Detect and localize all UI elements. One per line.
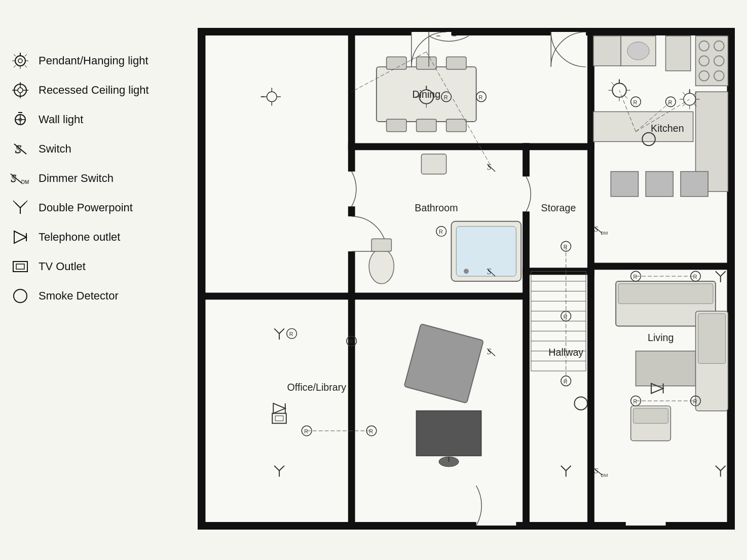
legend-item-recessed: Recessed Ceiling light xyxy=(10,80,193,100)
svg-rect-73 xyxy=(417,57,436,69)
legend-item-smoke: Smoke Detector xyxy=(10,286,193,306)
svg-text:R: R xyxy=(369,428,373,434)
legend-label-dimmer: Dimmer Switch xyxy=(39,172,114,185)
svg-rect-93 xyxy=(646,171,673,196)
svg-text:DM: DM xyxy=(21,179,29,185)
svg-line-9 xyxy=(25,54,27,56)
wall-light-icon xyxy=(10,109,30,130)
svg-rect-96 xyxy=(456,227,516,276)
svg-rect-33 xyxy=(13,262,27,272)
pendant-icon xyxy=(10,51,30,71)
svg-line-30 xyxy=(25,201,27,203)
svg-rect-34 xyxy=(16,264,24,269)
svg-text:R: R xyxy=(633,398,638,404)
legend-label-recessed: Recessed Ceiling light xyxy=(39,84,149,97)
svg-point-35 xyxy=(14,289,27,303)
svg-line-8 xyxy=(14,65,16,67)
svg-text:R: R xyxy=(564,379,568,385)
legend-item-switch: S Switch xyxy=(10,139,193,159)
double-powerpoint-icon xyxy=(10,198,30,218)
svg-point-98 xyxy=(369,249,394,284)
svg-point-1 xyxy=(18,59,22,63)
svg-text:Dining: Dining xyxy=(412,89,440,100)
legend-item-dimmer: S DM Dimmer Switch xyxy=(10,168,193,189)
legend-label-powerpoint: Double Powerpoint xyxy=(39,201,133,214)
legend-item-wall: Wall light xyxy=(10,109,193,130)
legend-label-pendant: Pendant/Hanging light xyxy=(39,54,148,67)
svg-rect-90 xyxy=(593,36,621,66)
svg-rect-77 xyxy=(446,119,466,132)
switch-icon: S xyxy=(10,139,30,159)
svg-line-7 xyxy=(25,65,27,67)
svg-point-0 xyxy=(15,56,25,66)
svg-rect-75 xyxy=(387,119,406,132)
svg-rect-110 xyxy=(618,284,713,304)
svg-text:Office/Library: Office/Library xyxy=(287,382,347,393)
svg-rect-92 xyxy=(611,171,638,196)
svg-text:R: R xyxy=(439,229,443,235)
svg-text:R: R xyxy=(633,274,638,280)
legend-label-telephone: Telephone outlet xyxy=(39,231,120,244)
svg-text:R: R xyxy=(633,99,638,105)
svg-text:S: S xyxy=(487,347,491,356)
svg-text:R: R xyxy=(349,339,353,345)
svg-text:Living: Living xyxy=(648,332,674,343)
svg-line-27 xyxy=(15,203,20,208)
tv-outlet-icon xyxy=(10,256,30,277)
svg-point-97 xyxy=(464,269,469,274)
legend-item-powerpoint: Double Powerpoint xyxy=(10,198,193,218)
recessed-icon xyxy=(10,80,30,100)
floorplan: .room-text { font-family: Arial, sans-se… xyxy=(198,28,735,530)
telephone-outlet-icon xyxy=(10,227,30,247)
svg-text:Storage: Storage xyxy=(541,202,576,213)
svg-text:DM: DM xyxy=(601,231,608,236)
svg-rect-74 xyxy=(446,57,466,69)
legend-item-pendant: Pendant/Hanging light xyxy=(10,51,193,71)
svg-rect-81 xyxy=(666,36,691,71)
svg-text:R: R xyxy=(289,331,293,337)
svg-rect-76 xyxy=(417,119,436,132)
svg-line-28 xyxy=(20,203,25,208)
svg-rect-100 xyxy=(421,154,446,174)
svg-point-80 xyxy=(627,42,649,60)
svg-rect-99 xyxy=(371,239,391,251)
svg-text:R: R xyxy=(564,314,568,320)
svg-text:R: R xyxy=(479,94,483,100)
svg-text:R: R xyxy=(693,398,697,404)
svg-rect-72 xyxy=(387,57,406,69)
svg-rect-113 xyxy=(633,408,668,424)
svg-text:Kitchen: Kitchen xyxy=(651,123,684,134)
svg-line-29 xyxy=(13,201,15,203)
legend-label-smoke: Smoke Detector xyxy=(39,289,119,303)
legend-label-tv: TV Outlet xyxy=(39,260,86,273)
svg-text:R: R xyxy=(693,274,697,280)
svg-marker-31 xyxy=(14,231,26,243)
svg-line-6 xyxy=(14,54,16,56)
smoke-detector-icon xyxy=(10,286,30,306)
svg-text:S: S xyxy=(487,267,491,276)
svg-text:R: R xyxy=(564,244,568,250)
svg-rect-94 xyxy=(681,171,708,196)
legend-label-wall: Wall light xyxy=(39,113,83,126)
svg-point-11 xyxy=(18,88,23,93)
svg-text:R: R xyxy=(444,94,448,100)
svg-text:DM: DM xyxy=(601,473,608,478)
legend: Pendant/Hanging light Recessed Ceiling l… xyxy=(10,51,193,315)
legend-label-switch: Switch xyxy=(39,142,71,156)
svg-rect-115 xyxy=(698,314,725,363)
svg-rect-111 xyxy=(636,351,696,386)
svg-rect-105 xyxy=(417,411,481,456)
legend-item-telephone: Telephone outlet xyxy=(10,227,193,247)
dimmer-switch-icon: S DM xyxy=(10,168,30,189)
legend-item-tv: TV Outlet xyxy=(10,256,193,277)
svg-text:Bathroom: Bathroom xyxy=(415,202,458,213)
svg-text:S: S xyxy=(487,163,491,171)
svg-text:R: R xyxy=(304,428,308,434)
